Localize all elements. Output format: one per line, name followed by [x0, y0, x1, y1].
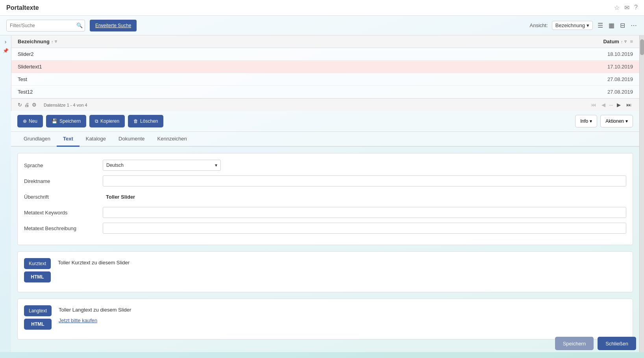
table-row[interactable]: Test 27.08.2019 — [11, 73, 639, 86]
datum-filter-icon[interactable]: ▿ — [624, 39, 627, 44]
langtext-html-button[interactable]: HTML — [24, 319, 52, 330]
kopieren-button[interactable]: ⧉ Kopieren — [89, 115, 125, 127]
info-chevron-icon: ▾ — [590, 118, 592, 124]
kurztext-block-header: Kurztext HTML Toller Kurztext zu diesem … — [24, 258, 626, 282]
sidebar-pin-icon[interactable]: 📌 — [3, 48, 9, 54]
info-button[interactable]: Info ▾ — [575, 115, 597, 127]
bottom-actions: Speichern Schließen — [555, 337, 636, 350]
column-menu-icon[interactable]: ≡ — [630, 39, 633, 44]
page-next-button[interactable]: ▶ — [615, 101, 622, 109]
speichern-button[interactable]: 💾 Speichern — [46, 115, 86, 127]
tab-kennzeichen[interactable]: Kennzeichen — [151, 132, 193, 147]
form-section-fields: Sprache Deutsch ▾ Direktname Überschrift — [17, 153, 633, 245]
list-view-icon[interactable]: ☰ — [597, 21, 604, 30]
form-area: Sprache Deutsch ▾ Direktname Überschrift — [11, 147, 639, 352]
sprache-select[interactable]: Deutsch ▾ — [103, 160, 221, 171]
tab-dokumente[interactable]: Dokumente — [112, 132, 151, 147]
sprache-label: Sprache — [24, 162, 103, 168]
langtext-content-area: Toller Langtext zu diesem Slider Jetzt b… — [56, 305, 131, 325]
table-header: Bezeichnung ↑ ▿ Datum ↑ ▿ ≡ — [11, 35, 639, 48]
content-area: Bezeichnung ↑ ▿ Datum ↑ ▿ ≡ Slider2 18.1… — [11, 35, 639, 352]
search-icon-button[interactable]: 🔍 — [76, 22, 83, 28]
more-options-icon[interactable]: ⋯ — [630, 21, 638, 30]
kurztext-btn-row: Kurztext HTML — [24, 258, 51, 282]
neu-plus-icon: ⊕ — [23, 118, 27, 124]
langtext-btn-row: Langtext HTML — [24, 305, 52, 330]
loschen-icon: 🗑 — [133, 118, 138, 124]
direktname-label: Direktname — [24, 178, 103, 184]
scrollbar[interactable] — [639, 35, 644, 352]
col-header-bezeichnung: Bezeichnung ↑ ▿ — [18, 39, 572, 44]
page-ellipsis: ··· — [609, 103, 613, 107]
split-view-icon[interactable]: ⊟ — [619, 21, 626, 30]
uberschrift-label: Überschrift — [24, 194, 103, 200]
direktname-row: Direktname — [24, 175, 626, 186]
refresh-icon[interactable]: ↻ — [18, 102, 22, 108]
page-last-button[interactable]: ⏭ — [625, 101, 633, 109]
title-bar: Portaltexte ☆ ✉ ? — [0, 0, 644, 16]
ansicht-dropdown[interactable]: Bezeichnung ▾ — [552, 21, 593, 30]
app-container: Portaltexte ☆ ✉ ? 🔍 Erweiterte Suche Ans… — [0, 0, 644, 358]
title-bar-icons: ☆ ✉ ? — [614, 4, 638, 11]
kurztext-content: Toller Kurztext zu diesem Slider — [55, 258, 130, 267]
pagination: ⏮ ◀ ··· ▶ ⏭ — [589, 101, 633, 109]
langtext-block-header: Langtext HTML Toller Langtext zu diesem … — [24, 305, 626, 330]
settings-icon[interactable]: ⚙ — [32, 102, 37, 108]
neu-button[interactable]: ⊕ Neu — [17, 115, 43, 127]
kurztext-html-button[interactable]: HTML — [24, 271, 51, 282]
direktname-input[interactable] — [103, 175, 626, 186]
table-row[interactable]: Test12 27.08.2019 — [11, 86, 639, 98]
action-toolbar: ⊕ Neu 💾 Speichern ⧉ Kopieren 🗑 Löschen — [11, 111, 639, 132]
filter-icon[interactable]: ▿ — [55, 39, 57, 44]
col-header-datum: Datum ↑ ▿ — [572, 39, 627, 44]
langtext-link-anchor[interactable]: Jetzt bitte kaufen — [59, 317, 97, 323]
scrollbar-thumb — [640, 39, 644, 55]
metatext-keywords-row: Metatext Keywords — [24, 207, 626, 218]
kurztext-block: Kurztext HTML Toller Kurztext zu diesem … — [17, 251, 633, 292]
action-toolbar-right: Info ▾ Aktionen ▾ — [575, 115, 633, 127]
metatext-beschreibung-label: Metatext Beschreibung — [24, 225, 103, 231]
mail-icon[interactable]: ✉ — [624, 4, 629, 11]
metatext-beschreibung-input[interactable] — [103, 223, 626, 234]
footer-icons: ↻ 🖨 ⚙ — [18, 102, 37, 108]
ansicht-chevron-icon: ▾ — [587, 22, 589, 28]
metatext-keywords-input[interactable] — [103, 207, 626, 218]
bottom-speichern-button[interactable]: Speichern — [555, 337, 594, 350]
footer-info: Datensätze 1 - 4 von 4 — [44, 103, 87, 107]
toolbar: 🔍 Erweiterte Suche Ansicht: Bezeichnung … — [0, 16, 644, 35]
bottom-schliessen-button[interactable]: Schließen — [598, 337, 636, 350]
sidebar-toggle-icon[interactable]: › — [5, 39, 7, 45]
main-area: › 📌 Bezeichnung ↑ ▿ Datum ↑ ▿ — [0, 35, 644, 352]
app-title: Portaltexte — [6, 4, 39, 11]
aktionen-button[interactable]: Aktionen ▾ — [600, 115, 633, 127]
tab-text[interactable]: Text — [57, 132, 80, 147]
star-icon[interactable]: ☆ — [614, 4, 620, 11]
table-row[interactable]: Slider2 18.10.2019 — [11, 48, 639, 61]
print-icon[interactable]: 🖨 — [24, 102, 30, 108]
tabs-bar: Grundlagen Text Kataloge Dokumente Kennz… — [11, 132, 639, 147]
langtext-button[interactable]: Langtext — [24, 305, 52, 316]
sprache-chevron-icon: ▾ — [215, 162, 217, 168]
table-view-icon[interactable]: ▦ — [608, 21, 615, 30]
left-sidebar: › 📌 — [0, 35, 11, 352]
datum-sort-icon[interactable]: ↑ — [621, 39, 623, 44]
advanced-search-button[interactable]: Erweiterte Suche — [90, 20, 137, 31]
tab-grundlagen[interactable]: Grundlagen — [17, 132, 57, 147]
loschen-button[interactable]: 🗑 Löschen — [128, 115, 163, 127]
aktionen-chevron-icon: ▾ — [625, 118, 628, 124]
table-area: Bezeichnung ↑ ▿ Datum ↑ ▿ ≡ Slider2 18.1… — [11, 35, 639, 111]
kurztext-button[interactable]: Kurztext — [24, 258, 51, 269]
ansicht-label: Ansicht: — [530, 22, 548, 28]
page-first-button[interactable]: ⏮ — [589, 101, 598, 109]
search-input[interactable] — [6, 20, 85, 31]
metatext-beschreibung-row: Metatext Beschreibung — [24, 223, 626, 234]
table-footer: ↻ 🖨 ⚙ Datensätze 1 - 4 von 4 ⏮ ◀ ··· ▶ ⏭ — [11, 98, 639, 111]
table-row[interactable]: Slidertext1 17.10.2019 — [11, 61, 639, 73]
sprache-row: Sprache Deutsch ▾ — [24, 160, 626, 171]
uberschrift-value: Toller Slider — [103, 194, 626, 200]
tab-kataloge[interactable]: Kataloge — [80, 132, 112, 147]
help-icon[interactable]: ? — [634, 4, 638, 11]
sort-icon[interactable]: ↑ — [51, 39, 54, 44]
page-prev-button[interactable]: ◀ — [600, 101, 607, 109]
langtext-block: Langtext HTML Toller Langtext zu diesem … — [17, 299, 633, 340]
